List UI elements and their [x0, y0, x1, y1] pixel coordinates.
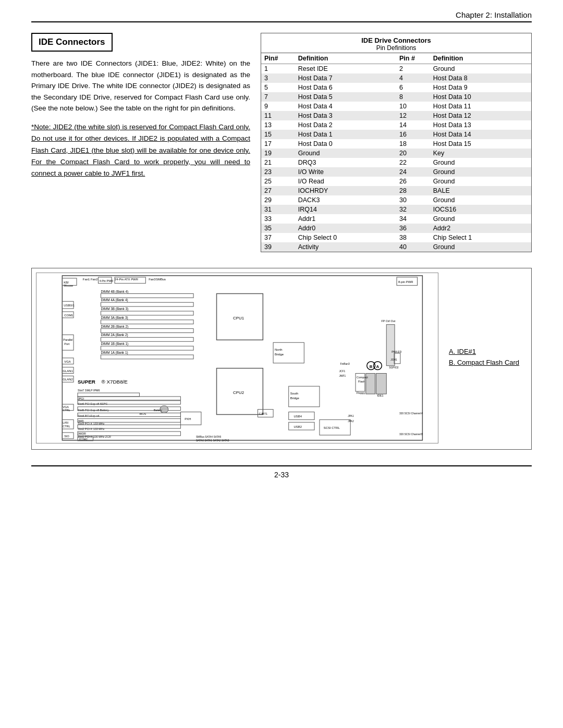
svg-text:DIMM 1A (Bank 1): DIMM 1A (Bank 1): [101, 351, 128, 355]
pin-table-wrapper: IDE Drive Connectors Pin Definitions Pin…: [261, 33, 532, 252]
table-row: 27IOCHRDY28BALE: [261, 186, 531, 195]
svg-text:Slot4  PCI-Exp x4: Slot4 PCI-Exp x4: [78, 414, 99, 417]
svg-text:DIMM 2B (Bank 2): DIMM 2B (Bank 2): [101, 325, 128, 329]
diagram-inner: KB/ Mouse Fan1 Fan2 4-Pin PWR 24-Pin ATX…: [36, 273, 527, 445]
svg-text:SIO: SIO: [64, 435, 69, 438]
svg-rect-26: [101, 346, 193, 350]
table-row: 23I/O Write24Ground: [261, 167, 531, 177]
table-row: 35Addr036Addr2: [261, 224, 531, 233]
table-row: 21DRQ322Ground: [261, 158, 531, 167]
svg-text:LAN: LAN: [63, 421, 68, 424]
section-title: IDE Connectors: [31, 33, 113, 52]
svg-text:Compact: Compact: [357, 376, 368, 379]
svg-text:Slot7  SMLP IPM6: Slot7 SMLP IPM6: [78, 389, 100, 392]
svg-text:320 SCSI Channel B: 320 SCSI Channel B: [399, 433, 423, 436]
diagram-legend: A. IDE#1 B. Compact Flash Card: [444, 273, 527, 445]
motherboard-diagram: KB/ Mouse Fan1 Fan2 4-Pin PWR 24-Pin ATX…: [36, 273, 438, 445]
legend-item-a: A. IDE#1: [449, 348, 527, 355]
svg-text:CPU1: CPU1: [233, 316, 244, 320]
svg-text:DIMM 3B (Bank 3): DIMM 3B (Bank 3): [101, 307, 128, 311]
svg-text:Flash: Flash: [358, 380, 365, 383]
main-content: IDE Connectors There are two IDE Connect…: [31, 33, 532, 252]
col-header-def1: Definition: [295, 53, 396, 64]
svg-text:USB0/1: USB0/1: [64, 304, 74, 307]
svg-text:® X7DB8/E: ® X7DB8/E: [101, 379, 128, 385]
svg-text:Slot5  PCI-Exp x8  Battery: Slot5 PCI-Exp x8 Battery: [78, 409, 109, 412]
left-column: IDE Connectors There are two IDE Connect…: [31, 33, 250, 252]
table-row: 25I/O Read26Ground: [261, 177, 531, 186]
svg-text:USB2: USB2: [294, 425, 302, 428]
table-row: 37Chip Select 038Chip Select 1: [261, 233, 531, 242]
svg-text:IDE1: IDE1: [377, 394, 384, 397]
diagram-section: KB/ Mouse Fan1 Fan2 4-Pin PWR 24-Pin ATX…: [31, 268, 532, 450]
svg-rect-28: [101, 355, 193, 359]
svg-text:Battery: Battery: [154, 409, 162, 412]
svg-text:4-Pin PWR: 4-Pin PWR: [99, 279, 113, 282]
svg-text:DIMM 2A (Bank 2): DIMM 2A (Bank 2): [101, 333, 128, 337]
svg-text:Slot2  PCI-X 133 MHz: Slot2 PCI-X 133 MHz: [78, 427, 105, 430]
svg-text:CTRL: CTRL: [63, 425, 70, 428]
legend-item-b: B. Compact Flash Card: [449, 359, 527, 366]
table-main-title: IDE Drive Connectors: [263, 36, 529, 44]
header-bar: Chapter 2: Installation: [31, 10, 532, 22]
table-row: 3Host Data 74Host Data 8: [261, 73, 531, 83]
svg-rect-22: [101, 329, 193, 333]
svg-text:SMBus SATA4 SATA5: SMBus SATA4 SATA5: [196, 436, 222, 438]
svg-rect-18: [101, 311, 193, 315]
right-column: IDE Drive Connectors Pin Definitions Pin…: [261, 33, 532, 252]
legend-b-text: B. Compact Flash Card: [449, 359, 519, 366]
table-row: 9Host Data 410Host Data 11: [261, 102, 531, 111]
table-row: 31IRQ1432IOCS16: [261, 205, 531, 214]
svg-text:8-pin PWR: 8-pin PWR: [398, 280, 413, 283]
svg-text:FinBan3: FinBan3: [340, 363, 350, 365]
svg-text:Slot6  PCI-Exp x8    SEPC: Slot6 PCI-Exp x8 SEPC: [78, 402, 107, 405]
svg-text:CPU2: CPU2: [233, 390, 244, 395]
svg-text:24-Pin ATX PWR: 24-Pin ATX PWR: [115, 278, 138, 281]
svg-text:Bridge: Bridge: [290, 397, 300, 400]
header-title: Chapter 2: Installation: [456, 10, 532, 19]
col-header-def2: Definition: [430, 53, 531, 64]
table-row: 39Activity40Ground: [261, 242, 531, 252]
pin-definitions-table: Pin# Definition Pin # Definition 1Reset …: [261, 53, 531, 252]
svg-rect-14: [101, 293, 193, 298]
table-row: 11Host Data 312Host Data 12: [261, 111, 531, 120]
svg-text:PWLED: PWLED: [391, 350, 401, 353]
page-footer: 2-33: [31, 465, 532, 479]
table-sub-title: Pin Definitions: [263, 44, 529, 52]
table-row: 29DACK330Ground: [261, 195, 531, 205]
svg-rect-20: [101, 320, 193, 324]
svg-text:JOH1: JOH1: [390, 359, 397, 361]
page-number: 2-33: [274, 471, 289, 479]
svg-text:B: B: [370, 364, 373, 369]
svg-text:GLAN2: GLAN2: [63, 378, 72, 381]
svg-text:GLAN1: GLAN1: [63, 369, 72, 373]
svg-text:USB4: USB4: [294, 415, 302, 418]
page-container: Chapter 2: Installation IDE Connectors T…: [0, 0, 563, 728]
svg-text:SATA0 SATA1 SATA2 SATA3: SATA0 SATA1 SATA2 SATA3: [196, 439, 229, 442]
svg-rect-55: [78, 393, 139, 397]
svg-text:JPGI: JPGI: [78, 397, 84, 400]
svg-text:JPA2: JPA2: [348, 420, 354, 423]
svg-text:COM1: COM1: [64, 314, 73, 317]
table-row: 19Ground20Key: [261, 149, 531, 158]
col-header-pin2: Pin #: [396, 53, 430, 64]
pin-table-header: IDE Drive Connectors Pin Definitions: [261, 33, 531, 53]
svg-text:SUPER: SUPER: [78, 379, 95, 385]
svg-rect-16: [101, 302, 193, 306]
note-text: *Note: JIDE2 (the white slot) is reserve…: [31, 121, 250, 179]
table-row: 17Host Data 018Host Data 15: [261, 139, 531, 149]
svg-text:A: A: [376, 364, 380, 369]
svg-text:FP Ctrl Out: FP Ctrl Out: [381, 319, 395, 323]
table-row: 5Host Data 66Host Data 9: [261, 83, 531, 92]
svg-text:CTRL: CTRL: [63, 409, 70, 412]
svg-rect-85: [376, 373, 387, 393]
svg-text:JCF1: JCF1: [339, 370, 345, 373]
svg-text:320 SCSI Channel A: 320 SCSI Channel A: [399, 412, 423, 415]
svg-text:JPA1: JPA1: [348, 415, 354, 417]
legend-a-text: A. IDE#1: [449, 348, 476, 355]
body-paragraph: There are two IDE Connectors (JIDE1: Blu…: [31, 58, 250, 114]
table-row: 33Addr134Ground: [261, 214, 531, 224]
svg-text:DIMM 3A (Bank 3): DIMM 3A (Bank 3): [101, 316, 128, 320]
svg-rect-24: [101, 337, 193, 341]
svg-text:CJBT1: CJBT1: [259, 412, 267, 415]
